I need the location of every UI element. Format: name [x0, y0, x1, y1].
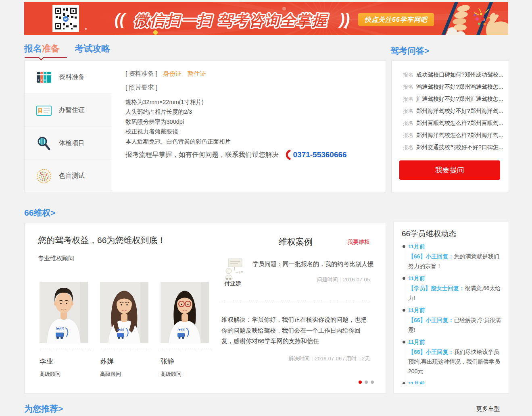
- timeline-entry: 11月前 【学员】殷女士回复：驾校领导给我打电话,真诚的道歉,说会尽快给我解决!: [408, 380, 501, 384]
- timeline-line: [404, 245, 404, 381]
- request-rights-link[interactable]: 我要维权: [347, 239, 370, 246]
- entry-time: 11月前: [408, 243, 501, 250]
- slogan-open-mark: ((: [115, 11, 127, 28]
- consultant-card: I♥66 张静 高级顾问: [161, 282, 221, 378]
- shirt-logo: I♥66: [56, 327, 64, 331]
- rights-section-link[interactable]: 66维权>: [24, 207, 56, 218]
- student-avatar: 66学车: [223, 258, 244, 280]
- svg-text:66学车: 66学车: [236, 271, 243, 274]
- timeline-entry: 11月前 【66】小王回复：已经解决,学员很满意!: [408, 307, 501, 335]
- qa-list-item[interactable]: 报名成功驾校口碑如何?郑州成功驾校...: [403, 71, 506, 79]
- sidebar-item-physical-exam[interactable]: 体检项目: [25, 127, 112, 160]
- tab-signup-prep[interactable]: 报名准备: [24, 43, 60, 55]
- contact-help-text: 报考流程早掌握，如有任何问题，联系我们帮您解决: [125, 150, 279, 159]
- decor-dot: [153, 30, 158, 35]
- entry-author: 【学员】殷女士回复：: [408, 285, 465, 291]
- spec-line: 本人近期免冠、白色背景的彩色正面相片: [125, 137, 231, 146]
- qa-item-text: 郑州海洋驾校怎么样?郑州海洋驾...: [416, 132, 503, 138]
- entry-time: 11月前: [408, 380, 501, 384]
- qa-item-text: 成功驾校口碑如何?郑州成功驾校...: [416, 71, 503, 78]
- sidebar-item-label: 体检项目: [59, 139, 85, 148]
- phone-illustration: [434, 2, 508, 35]
- qa-item-text: 郑州百顺驾校怎么样?郑州百顺驾...: [416, 120, 503, 126]
- qa-list-item[interactable]: 报名郑州海洋驾校好不好?郑州海洋驾...: [403, 108, 506, 116]
- rights-subtitle: 专业维权顾问: [38, 255, 74, 262]
- qa-list-item[interactable]: 报名郑州百顺驾校怎么样?郑州百顺驾...: [403, 120, 506, 128]
- entry-author: 【66】小王回复：: [408, 317, 454, 323]
- slogan-text: 微信扫一扫 驾考咨询全掌握: [134, 12, 329, 29]
- case-solution-time: 解决时间：2016-07-06 / 用时：2天: [288, 355, 370, 362]
- sidebar-item-label: 色盲测试: [59, 172, 85, 180]
- carousel-pagination: [359, 381, 374, 384]
- decor-dot: [345, 26, 347, 29]
- tab-label-part2: 准备: [42, 44, 60, 54]
- decor-dot: [85, 28, 87, 30]
- wechat-promo-banner[interactable]: 66 (( 微信扫一扫 驾考咨询全掌握 )) 快点关注66学车网吧: [24, 2, 508, 35]
- sidebar-item-residence-permit[interactable]: 办暂住证: [25, 94, 112, 127]
- residence-permit-link[interactable]: 暂住证: [188, 70, 207, 78]
- consultant-photo: I♥66: [161, 282, 209, 343]
- materials-section-label: [ 资料准备 ]: [125, 70, 157, 78]
- consultant-role: 高级顾问: [161, 370, 221, 378]
- sidebar-item-materials[interactable]: 资料准备: [25, 61, 112, 94]
- activity-timeline: 11月前 【66】小王回复：您的满意就是我们努力的宗旨！ 11月前 【学员】殷女…: [403, 243, 501, 384]
- qa-section-link[interactable]: 驾考问答>: [390, 45, 429, 56]
- spec-line: 数码照分辨率为300dpi: [125, 117, 231, 127]
- spec-line: 规格为32mm×22mm(1寸相片): [125, 97, 231, 107]
- case-question: 学员问题：同一批报名的，我的约考比别人慢: [252, 260, 373, 268]
- hotline-number[interactable]: 0371-55360666: [293, 150, 347, 159]
- consultant-card: I♥66 李业 高级顾问: [40, 282, 100, 378]
- consultant-name: 张静: [161, 357, 221, 366]
- case-question-time: 问题时间：2016-07-05: [317, 276, 370, 283]
- qr-code-pattern: 66: [52, 5, 79, 32]
- qa-list-item[interactable]: 报名鸿通驾校好不好?郑州鸿通驾校怎...: [403, 83, 506, 92]
- qa-list: 报名成功驾校口碑如何?郑州成功驾校... 报名鸿通驾校好不好?郑州鸿通驾校怎..…: [403, 71, 506, 156]
- qa-tag: 报名: [403, 132, 413, 138]
- active-tab-underline: [24, 57, 68, 60]
- timeline-entry: 11月前 【学员】殷女士回复：很满意,66太给力!: [408, 275, 501, 303]
- pagination-dot-active[interactable]: [359, 381, 362, 384]
- colorblind-icon: [36, 168, 52, 184]
- qa-item-text: 汇通驾校好不好?郑州汇通驾校怎...: [416, 96, 503, 102]
- magnifier-icon: [36, 135, 52, 152]
- qa-tag: 报名: [403, 84, 413, 90]
- svg-text:66: 66: [64, 18, 67, 21]
- ask-question-button[interactable]: 我要提问: [399, 160, 500, 180]
- qa-list-item[interactable]: 报名郑州海洋驾校怎么样?郑州海洋驾...: [403, 132, 506, 140]
- pagination-dot[interactable]: [365, 381, 368, 384]
- sidebar-item-label: 资料准备: [59, 73, 85, 81]
- activity-heading: 66学员维权动态: [402, 229, 456, 239]
- recommend-section-link[interactable]: 为您推荐>: [24, 403, 63, 414]
- qa-list-item[interactable]: 报名郑州交通技校驾校好不好?口碑怎...: [403, 144, 506, 152]
- rights-activity-panel: 66学员维权动态 11月前 【66】小王回复：您的满意就是我们努力的宗旨！ 11…: [393, 222, 509, 394]
- entry-time: 11月前: [408, 307, 501, 314]
- prep-sidebar: 资料准备 办暂住证: [25, 61, 112, 192]
- sidebar-item-colorblind-test[interactable]: 色盲测试: [25, 160, 112, 192]
- photo-requirements-label: [ 照片要求 ]: [125, 83, 157, 92]
- id-card-link[interactable]: 身份证: [163, 70, 182, 78]
- qr-code: 66: [52, 5, 79, 32]
- consultant-card: I♥66 苏婵 高级顾问: [100, 282, 161, 378]
- more-models-link[interactable]: 更多车型: [476, 405, 500, 413]
- qa-list-item[interactable]: 报名汇通驾校好不好?郑州汇通驾校怎...: [403, 96, 506, 104]
- qa-item-text: 鸿通驾校好不好?郑州鸿通驾校怎...: [416, 83, 503, 90]
- divider-dashed: [100, 351, 152, 351]
- slogan-close-mark: )): [338, 11, 350, 28]
- entry-time: 11月前: [408, 339, 501, 346]
- qa-tag: 报名: [403, 72, 413, 78]
- signup-prep-panel: 资料准备 办暂住证: [24, 60, 386, 192]
- pagination-dot[interactable]: [371, 381, 374, 384]
- student-name: 付亚建: [224, 280, 241, 287]
- tab-label-part1: 报名: [24, 44, 42, 54]
- shirt-logo: I♥66: [117, 328, 124, 332]
- entry-time: 11月前: [408, 275, 501, 282]
- qa-tag: 报名: [403, 144, 413, 150]
- divider-dashed: [221, 302, 370, 302]
- timeline-entry: 11月前 【66】小王回复：您的满意就是我们努力的宗旨！: [408, 243, 501, 271]
- follow-cta-badge[interactable]: 快点关注66学车网吧: [358, 13, 434, 26]
- phone-handset-icon: [284, 150, 291, 160]
- rights-case-column: 维权案例 我要维权 66学车 付亚建 学员问题：同一批报名的，我的约考比别人慢 …: [221, 223, 370, 393]
- tab-exam-strategy[interactable]: 考试攻略: [75, 43, 110, 55]
- consultant-name: 苏婵: [100, 357, 161, 366]
- shirt-logo: I♥66: [177, 328, 185, 332]
